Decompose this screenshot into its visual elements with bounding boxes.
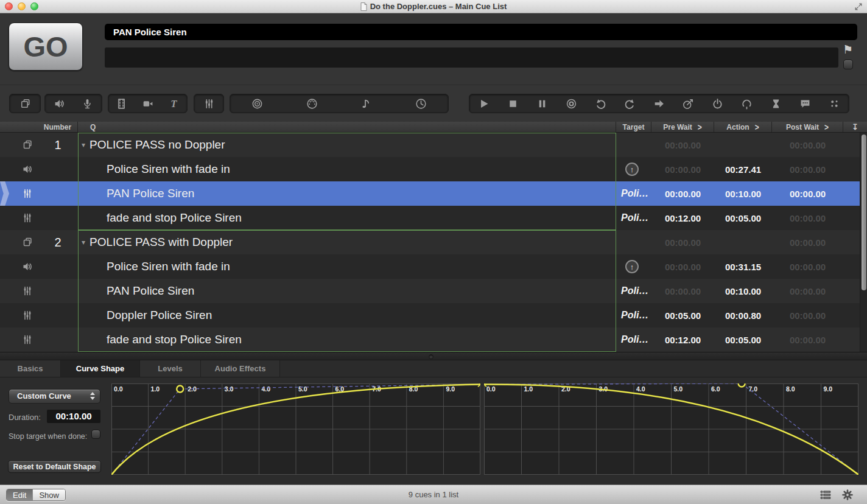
devamp-cue-button[interactable] (616, 94, 645, 113)
audio-cue-button[interactable] (45, 94, 74, 113)
q-column-header[interactable]: Q (78, 122, 616, 132)
stop-target-label: Stop target when done: (9, 432, 87, 441)
file-target-icon: ↑ (625, 260, 639, 273)
arm-cue-button[interactable] (703, 94, 732, 113)
network-cue-button[interactable] (230, 94, 285, 113)
pre-wait-value: 00:00.00 (651, 230, 714, 254)
music-cue-button[interactable] (339, 94, 394, 113)
camera-cue-button[interactable] (135, 94, 161, 113)
action-column-header[interactable]: Action> (714, 122, 772, 132)
disarm-cue-icon (740, 97, 753, 110)
playhead-cell (0, 133, 17, 157)
play-cue-icon (477, 97, 490, 110)
goto-cue-button[interactable] (645, 94, 674, 113)
script-cue-button[interactable] (820, 94, 849, 113)
target-cell: Poli… (616, 327, 651, 352)
fullscreen-icon[interactable] (854, 2, 863, 11)
midi-cue-button[interactable] (285, 94, 340, 113)
splitter-handle-icon[interactable] (429, 354, 434, 359)
curve-type-select[interactable]: Custom Curve (9, 389, 100, 404)
wait-cue-button[interactable] (761, 94, 790, 113)
minimize-window-button[interactable] (18, 2, 26, 10)
select-arrows-icon (90, 392, 95, 400)
toolbar-group: T (108, 94, 188, 113)
mic-cue-button[interactable] (74, 94, 102, 113)
target-cue-button[interactable] (673, 94, 703, 113)
action-value: 00:05.00 (714, 206, 772, 230)
cue-row[interactable]: Doppler Police SirenPoli…00:05.0000:00.8… (0, 303, 860, 327)
action-chevron-icon: > (755, 122, 759, 133)
action-value: 00:31.15 (714, 254, 772, 279)
curve-control-point[interactable] (177, 386, 183, 393)
tab-levels[interactable]: Levels (140, 360, 201, 377)
fade-cue-button[interactable] (194, 94, 223, 113)
target-column-header[interactable]: Target (616, 122, 651, 132)
disclosure-triangle-icon[interactable]: ▾ (82, 238, 85, 247)
notes-field[interactable] (105, 47, 838, 68)
flag-checkbox[interactable] (843, 60, 853, 69)
post-wait-value: 00:00.00 (772, 254, 843, 279)
tab-basics[interactable]: Basics (0, 360, 61, 377)
reset-default-shape-button[interactable]: Reset to Default Shape (8, 460, 101, 473)
close-window-button[interactable] (5, 2, 13, 10)
group-cue-button[interactable] (10, 94, 40, 113)
text-cue-button[interactable]: T (161, 94, 187, 113)
load-cue-button[interactable] (557, 94, 586, 113)
action-value (714, 230, 772, 254)
cue-row[interactable]: Police Siren with fade in↑00:00.0000:27.… (0, 157, 860, 181)
cue-row[interactable]: fade and stop Police SirenPoli…00:12.000… (0, 206, 860, 230)
arm-cue-icon (711, 97, 724, 110)
playhead-cell (0, 303, 17, 327)
cue-toolbar: T (0, 85, 867, 122)
svg-text:3.0: 3.0 (225, 385, 234, 393)
inspector-tabs: BasicsCurve ShapeLevelsAudio Effects (0, 360, 867, 377)
cue-number: 2 (38, 230, 78, 254)
pre-wait-column-header[interactable]: Pre Wait> (651, 122, 714, 132)
cue-row[interactable]: Police Siren with fade in↑00:00.0000:31.… (0, 254, 860, 279)
tab-audio-effects[interactable]: Audio Effects (201, 360, 280, 377)
splitter[interactable] (0, 352, 867, 360)
number-column-header[interactable]: Number (38, 122, 78, 132)
cue-row[interactable]: 1▾POLICE PASS no Doppler00:00.0000:00.00 (0, 133, 860, 157)
cue-row[interactable]: fade and stop Police SirenPoli…00:12.000… (0, 327, 860, 352)
reset-cue-button[interactable] (586, 94, 616, 113)
zoom-window-button[interactable] (30, 2, 38, 10)
scrollbar-thumb[interactable] (862, 135, 866, 290)
cue-name: PAN Police Siren (78, 279, 616, 303)
continue-cell (843, 230, 860, 254)
cue-row[interactable]: PAN Police SirenPoli…00:00.0000:10.0000:… (0, 181, 860, 206)
tab-curve-shape[interactable]: Curve Shape (61, 360, 140, 377)
cue-number (38, 327, 78, 352)
disarm-cue-button[interactable] (732, 94, 761, 113)
continue-column-header[interactable]: ↧ (843, 122, 867, 132)
memo-cue-button[interactable] (790, 94, 820, 113)
target-cell: Poli… (616, 279, 651, 303)
stop-target-checkbox[interactable] (91, 430, 100, 439)
pause-cue-button[interactable] (528, 94, 557, 113)
play-cue-button[interactable] (469, 94, 499, 113)
duration-field[interactable]: 00:10.00 (47, 410, 100, 423)
svg-text:4.0: 4.0 (261, 385, 270, 393)
cue-row[interactable]: 2▾POLICE PASS with Doppler00:00.0000:00.… (0, 230, 860, 254)
continue-cell (843, 133, 860, 157)
target-cell (616, 133, 651, 157)
fade-curve-graph-right[interactable]: 0.01.02.03.04.05.06.07.08.09.0 (484, 383, 858, 475)
timecode-cue-button[interactable] (394, 94, 449, 113)
toolbar-group (44, 94, 102, 113)
go-button[interactable]: GO (9, 23, 83, 71)
disclosure-triangle-icon[interactable]: ▾ (82, 141, 85, 149)
stop-cue-button[interactable] (499, 94, 528, 113)
curve-control-point[interactable] (739, 383, 745, 387)
video-cue-button[interactable] (108, 94, 135, 113)
cue-lists-icon[interactable] (820, 489, 832, 501)
file-target-icon: ↑ (625, 163, 639, 176)
svg-text:9.0: 9.0 (824, 385, 833, 393)
mic-cue-icon (81, 97, 94, 110)
curve-type-value: Custom Curve (17, 391, 71, 401)
gear-icon[interactable] (841, 489, 854, 501)
fade-curve-graph-left[interactable]: 0.01.02.03.04.05.06.07.08.09.0 (111, 383, 480, 475)
post-wait-column-header[interactable]: Post Wait> (772, 122, 843, 132)
cue-row[interactable]: PAN Police SirenPoli…00:00.0000:10.0000:… (0, 279, 860, 303)
toolbar-group (194, 94, 224, 113)
post-wait-value: 00:00.00 (772, 157, 843, 181)
